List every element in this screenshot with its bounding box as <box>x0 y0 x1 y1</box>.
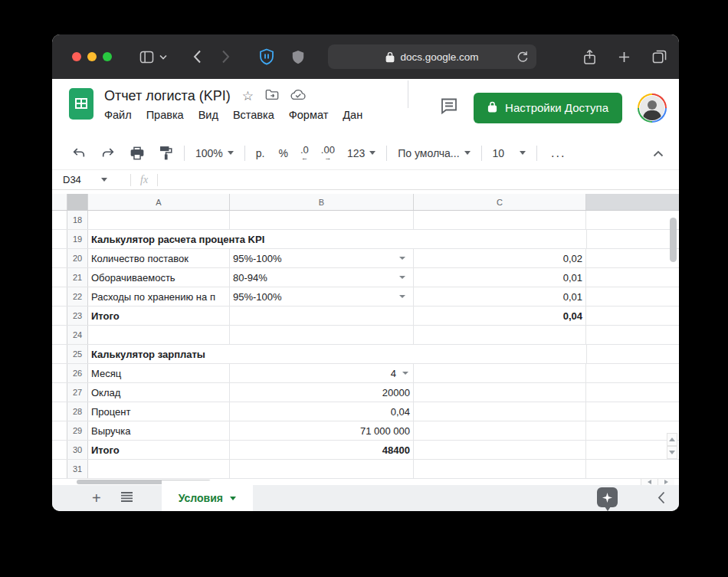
column-header-a[interactable]: A <box>88 194 230 210</box>
chevron-down-icon[interactable] <box>230 497 236 500</box>
cell-A26[interactable]: Месяц <box>88 364 230 382</box>
format-percent-button[interactable]: % <box>279 147 288 159</box>
cell-C18[interactable] <box>414 211 586 229</box>
decrease-decimals-button[interactable]: .0 ← <box>300 145 309 162</box>
scroll-left-button[interactable] <box>641 479 657 485</box>
star-icon[interactable]: ☆ <box>242 90 254 103</box>
cloud-saved-icon[interactable] <box>290 89 306 103</box>
cell-A28[interactable]: Процент <box>88 402 230 421</box>
cell-A23[interactable]: Итого <box>88 307 230 325</box>
dropdown-icon[interactable] <box>399 257 405 260</box>
minimize-window-button[interactable] <box>87 52 97 61</box>
tab-overview-icon[interactable] <box>652 50 667 64</box>
cell-D29[interactable] <box>586 421 679 440</box>
cell-D30[interactable] <box>586 441 679 459</box>
cell-A27[interactable]: Оклад <box>88 383 230 402</box>
cell-A25[interactable]: Калькулятор зарплаты <box>88 345 586 363</box>
privacy-shield-icon[interactable] <box>291 49 305 65</box>
row-header-25[interactable]: 25 <box>67 345 88 363</box>
cell-B23[interactable] <box>230 307 414 325</box>
cell-C30[interactable] <box>414 441 586 459</box>
row-header-27[interactable]: 27 <box>67 383 88 402</box>
cell-D25[interactable] <box>586 345 679 363</box>
cell-D24[interactable] <box>586 326 679 344</box>
row-header-20[interactable]: 20 <box>67 249 88 267</box>
dropdown-icon[interactable] <box>399 276 405 279</box>
comment-history-icon[interactable] <box>440 97 458 118</box>
menu-view[interactable]: Вид <box>198 109 218 121</box>
cell-D26[interactable] <box>586 364 679 382</box>
cell-D23[interactable] <box>586 307 679 325</box>
cell-D27[interactable] <box>586 383 679 402</box>
cell-C27[interactable] <box>414 383 586 402</box>
cell-A19[interactable]: Калькулятор расчета процента KPI <box>88 230 586 248</box>
cell-B21[interactable]: 80-94% <box>230 268 414 287</box>
cell-D21[interactable] <box>586 268 679 287</box>
cell-B26[interactable]: 4 <box>230 364 414 382</box>
row-header-23[interactable]: 23 <box>67 307 88 325</box>
tab-usloviya-active[interactable]: Условия <box>162 480 253 511</box>
cell-D18[interactable] <box>586 211 679 229</box>
sidebar-icon[interactable] <box>139 51 154 64</box>
font-size-select[interactable]: 10 <box>493 147 526 159</box>
share-icon[interactable] <box>583 49 596 65</box>
row-header-31[interactable]: 31 <box>67 460 88 478</box>
address-bar[interactable]: docs.google.com <box>328 44 536 69</box>
vertical-scrollbar[interactable] <box>667 213 677 474</box>
cell-C31[interactable] <box>414 460 586 478</box>
paint-format-icon[interactable] <box>159 146 173 160</box>
cell-C23[interactable]: 0,04 <box>414 307 586 325</box>
menu-insert[interactable]: Вставка <box>233 109 274 121</box>
cell-B29[interactable]: 71 000 000 <box>230 421 414 440</box>
name-box[interactable]: D34 <box>52 174 130 185</box>
back-button[interactable] <box>193 50 202 64</box>
row-header-30[interactable]: 30 <box>67 441 88 459</box>
cell-B22[interactable]: 95%-100% <box>230 287 414 306</box>
row-header-29[interactable]: 29 <box>67 421 88 440</box>
add-sheet-button[interactable]: + <box>92 490 101 506</box>
print-icon[interactable] <box>130 146 144 160</box>
undo-icon[interactable] <box>72 147 86 159</box>
row-header-18[interactable]: 18 <box>67 211 88 229</box>
increase-decimals-button[interactable]: .00 → <box>321 145 335 162</box>
cell-D20[interactable] <box>586 249 679 267</box>
scroll-right-button[interactable] <box>657 479 674 485</box>
row-header-22[interactable]: 22 <box>67 287 88 306</box>
select-all-corner[interactable] <box>67 194 88 210</box>
cell-B20[interactable]: 95%-100% <box>230 249 414 267</box>
cell-C20[interactable]: 0,02 <box>414 249 586 267</box>
cell-A31[interactable] <box>88 460 230 478</box>
row-header-21[interactable]: 21 <box>67 268 88 287</box>
row-header-26[interactable]: 26 <box>67 364 88 382</box>
fullscreen-window-button[interactable] <box>103 52 112 61</box>
cell-C21[interactable]: 0,01 <box>414 268 586 287</box>
more-tools-button[interactable]: ... <box>551 146 566 160</box>
menu-format[interactable]: Формат <box>289 109 329 121</box>
dropdown-icon[interactable] <box>399 295 405 298</box>
cell-A21[interactable]: Оборачиваемость <box>88 268 230 287</box>
scroll-down-button[interactable] <box>667 446 677 459</box>
google-sheets-logo[interactable] <box>69 88 93 120</box>
cell-A22[interactable]: Расходы по хранению на п <box>88 287 230 306</box>
cell-B31[interactable] <box>230 460 414 478</box>
row-header-28[interactable]: 28 <box>67 402 88 421</box>
cell-B18[interactable] <box>230 211 414 229</box>
cell-D28[interactable] <box>586 402 679 421</box>
cell-C24[interactable] <box>414 326 586 344</box>
close-window-button[interactable] <box>72 52 81 61</box>
menu-edit[interactable]: Правка <box>146 109 184 121</box>
menu-file[interactable]: Файл <box>104 109 132 121</box>
scroll-up-button[interactable] <box>667 433 677 446</box>
avatar[interactable] <box>638 93 667 123</box>
cell-D31[interactable] <box>586 460 679 478</box>
cell-A24[interactable] <box>88 326 230 344</box>
cell-B24[interactable] <box>230 326 414 344</box>
share-settings-button[interactable]: Настройки Доступа <box>474 93 622 123</box>
horizontal-scrollbar[interactable] <box>52 479 679 485</box>
adblock-shield-icon[interactable] <box>259 48 274 65</box>
column-header-c[interactable]: C <box>414 194 586 210</box>
menu-data[interactable]: Дан <box>343 109 362 121</box>
redo-icon[interactable] <box>101 147 115 159</box>
cell-A20[interactable]: Количество поставок <box>88 249 230 267</box>
cell-B28[interactable]: 0,04 <box>230 402 414 421</box>
